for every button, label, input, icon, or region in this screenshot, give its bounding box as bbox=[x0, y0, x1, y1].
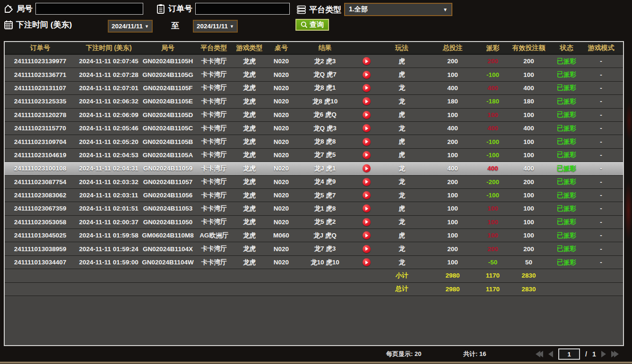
page-number-input[interactable] bbox=[558, 348, 580, 360]
play-button[interactable] bbox=[352, 242, 381, 255]
round-id: GN02024B1105G bbox=[142, 68, 194, 81]
play-button[interactable] bbox=[352, 216, 381, 229]
table-row[interactable]: 2411110231253352024-11-11 02:06:32GN0202… bbox=[5, 95, 623, 108]
order-id: 241111023136771 bbox=[5, 68, 76, 81]
table-row[interactable]: 2411110231202782024-11-11 02:06:09GN0202… bbox=[5, 109, 623, 122]
total-bet: 200 bbox=[423, 55, 482, 68]
order-id: 241111023087754 bbox=[5, 176, 76, 188]
platform-type: 卡卡湾厅 bbox=[194, 95, 234, 108]
table-row[interactable]: 2411110230530582024-11-11 02:00:37GN0202… bbox=[5, 216, 623, 229]
total-bet: 100 bbox=[423, 256, 482, 269]
play-icon[interactable] bbox=[363, 124, 371, 132]
page-separator: / bbox=[585, 350, 587, 358]
search-button[interactable]: 查询 bbox=[295, 19, 329, 31]
play-icon[interactable] bbox=[363, 97, 371, 105]
clipboard-icon bbox=[156, 4, 165, 14]
total-bet: 100 bbox=[423, 216, 482, 229]
play-icon[interactable] bbox=[363, 178, 371, 186]
date-to-picker[interactable]: 2024/11/11 ▼ bbox=[193, 20, 238, 33]
play-icon[interactable] bbox=[363, 245, 371, 253]
payout: -180 bbox=[482, 95, 503, 108]
play-type: 龙 bbox=[381, 95, 423, 108]
table-row[interactable]: 2411110230673592024-11-11 02:01:51GN0202… bbox=[5, 202, 623, 215]
game-type: 龙虎 bbox=[234, 135, 265, 148]
first-page-button[interactable] bbox=[536, 351, 543, 357]
play-button[interactable] bbox=[352, 135, 381, 148]
table-number: N020 bbox=[265, 162, 298, 175]
empty-cell bbox=[5, 269, 76, 282]
play-button[interactable] bbox=[352, 149, 381, 161]
payout: -100 bbox=[482, 68, 503, 81]
table-number: M060 bbox=[265, 229, 298, 242]
play-button[interactable] bbox=[352, 256, 381, 269]
play-icon[interactable] bbox=[363, 151, 371, 159]
play-button[interactable] bbox=[352, 202, 381, 215]
table-number: N020 bbox=[265, 122, 298, 135]
play-icon[interactable] bbox=[363, 138, 371, 146]
table-row[interactable]: 2411110130450252024-11-11 01:59:58GM0602… bbox=[5, 229, 623, 242]
prev-page-button[interactable] bbox=[548, 351, 553, 357]
order-id: 241111023083062 bbox=[5, 189, 76, 202]
payout: 400 bbox=[482, 162, 503, 175]
platform-type: 卡卡湾厅 bbox=[194, 256, 234, 269]
table-number: N020 bbox=[265, 55, 298, 68]
play-button[interactable] bbox=[352, 176, 381, 188]
date-from-picker[interactable]: 2024/11/11 ▼ bbox=[108, 20, 153, 33]
play-icon[interactable] bbox=[363, 218, 371, 226]
play-icon[interactable] bbox=[363, 191, 371, 199]
empty-cell bbox=[352, 269, 381, 282]
play-icon[interactable] bbox=[363, 204, 371, 212]
order-id: 241111013045025 bbox=[5, 229, 76, 242]
date-from-value: 2024/11/11 bbox=[112, 23, 143, 30]
table-number: N020 bbox=[265, 202, 298, 215]
round-input[interactable] bbox=[35, 3, 143, 15]
play-button[interactable] bbox=[352, 109, 381, 121]
table-row[interactable]: 2411110230830622024-11-11 02:03:11GN0202… bbox=[5, 189, 623, 202]
play-icon[interactable] bbox=[363, 57, 371, 65]
total-bet: 200 bbox=[423, 176, 482, 188]
play-button[interactable] bbox=[352, 122, 381, 135]
table-row[interactable]: 2411110231157702024-11-11 02:05:46GN0202… bbox=[5, 122, 623, 135]
play-type-header: 玩法 bbox=[381, 42, 423, 54]
play-button[interactable] bbox=[352, 95, 381, 108]
left-arrow-icon bbox=[548, 351, 553, 357]
result: 龙5 虎2 bbox=[298, 216, 352, 229]
result: 龙Q 虎3 bbox=[298, 122, 352, 135]
play-icon[interactable] bbox=[363, 111, 371, 119]
table-row[interactable]: 2411110231001082024-11-11 02:04:31GN0202… bbox=[5, 162, 623, 175]
bet-time-header: 下注时间 (美东) bbox=[76, 42, 142, 54]
table-row[interactable]: 2411110231311072024-11-11 02:07:01GN0202… bbox=[5, 82, 623, 95]
play-icon[interactable] bbox=[363, 84, 371, 92]
payout: 200 bbox=[482, 242, 503, 255]
last-page-button[interactable] bbox=[611, 351, 619, 357]
play-button[interactable] bbox=[352, 82, 381, 94]
play-button[interactable] bbox=[352, 68, 381, 81]
order-input[interactable] bbox=[195, 3, 290, 15]
status: 已派彩 bbox=[554, 229, 579, 242]
table-row[interactable]: 2411110231097042024-11-11 02:05:20GN0202… bbox=[5, 135, 623, 148]
table-row[interactable]: 2411110230877542024-11-11 02:03:32GN0202… bbox=[5, 176, 623, 189]
date-to-value: 2024/11/11 bbox=[197, 23, 228, 30]
play-type: 龙 bbox=[381, 242, 423, 255]
table-row[interactable]: 2411110130389592024-11-11 01:59:24GN0202… bbox=[5, 242, 623, 255]
platform-select[interactable]: 1.全部 ▼ bbox=[344, 3, 452, 16]
play-icon[interactable] bbox=[363, 164, 371, 172]
table-row[interactable]: 2411110231046192024-11-11 02:04:53GN0202… bbox=[5, 149, 623, 162]
play-icon[interactable] bbox=[363, 258, 371, 266]
play-button[interactable] bbox=[352, 229, 381, 242]
result: 龙5 虎7 bbox=[298, 189, 352, 202]
table-row[interactable]: 2411110130344072024-11-11 01:59:00GN0202… bbox=[5, 256, 623, 269]
next-page-button[interactable] bbox=[601, 351, 606, 357]
play-button[interactable] bbox=[352, 55, 381, 68]
bet-time-group: 下注时间 (美东) bbox=[4, 19, 72, 30]
total-bet-header: 总投注 bbox=[423, 42, 482, 54]
empty-cell bbox=[352, 283, 381, 296]
valid-bet: 100 bbox=[503, 216, 554, 229]
play-icon[interactable] bbox=[363, 71, 371, 79]
play-button[interactable] bbox=[352, 162, 381, 175]
status: 已派彩 bbox=[554, 189, 579, 202]
table-row[interactable]: 2411110231367712024-11-11 02:07:28GN0202… bbox=[5, 68, 623, 81]
play-icon[interactable] bbox=[363, 231, 371, 239]
table-row[interactable]: 2411110231399772024-11-11 02:07:45GN0202… bbox=[5, 55, 623, 68]
play-button[interactable] bbox=[352, 189, 381, 202]
